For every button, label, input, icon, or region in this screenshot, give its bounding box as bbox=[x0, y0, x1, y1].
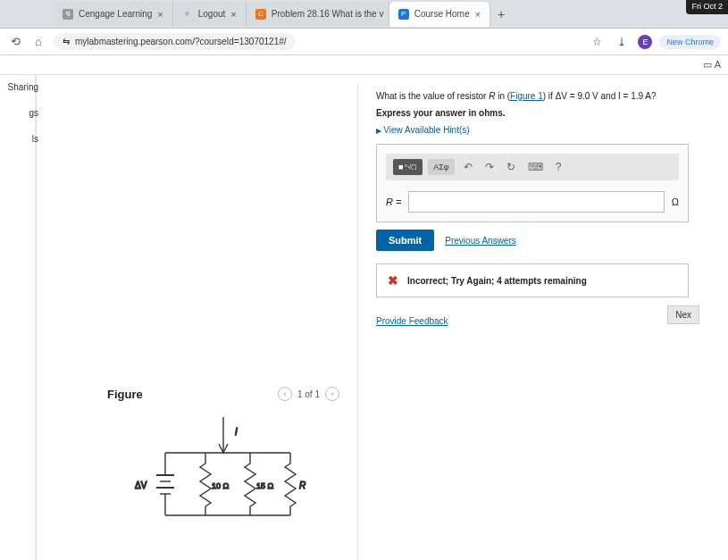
figure-title: Figure bbox=[107, 388, 143, 401]
tab-label: Problem 28.16 What is the v bbox=[272, 9, 384, 19]
label-i: I bbox=[235, 427, 238, 437]
tab-label: Cengage Learning bbox=[79, 9, 152, 19]
previous-answers-link[interactable]: Previous Answers bbox=[445, 236, 515, 246]
figure-pager-label: 1 of 1 bbox=[297, 389, 320, 399]
profile-badge[interactable]: E bbox=[638, 35, 652, 49]
circuit-figure: I ΔV bbox=[130, 417, 317, 533]
new-chrome-chip[interactable]: New Chrome bbox=[659, 35, 721, 49]
figure-link[interactable]: Figure 1 bbox=[510, 91, 543, 101]
question-panel: What is the value of resistor R in (Figu… bbox=[376, 84, 698, 560]
url-text: mylabmastering.pearson.com/?courseId=130… bbox=[75, 37, 287, 46]
help-icon[interactable]: ? bbox=[552, 161, 565, 173]
answer-row: R = Ω bbox=[386, 191, 679, 213]
label-r1: 10 Ω bbox=[212, 481, 230, 490]
answer-unit: Ω bbox=[672, 196, 679, 207]
page-body: Sharing gs ls Figure ‹ 1 of 1 › bbox=[0, 75, 728, 560]
provide-feedback-link[interactable]: Provide Feedback bbox=[376, 316, 448, 326]
left-rail-sharing[interactable]: Sharing bbox=[0, 79, 40, 96]
greek-button[interactable]: ΑΣφ bbox=[428, 159, 454, 175]
figure-prev-button[interactable]: ‹ bbox=[278, 387, 292, 401]
incorrect-icon: ✖ bbox=[388, 273, 398, 288]
answer-input[interactable] bbox=[408, 191, 664, 213]
answer-container: ■ ⁰√▢ ΑΣφ ↶ ↷ ↻ ⌨ ? R = Ω bbox=[376, 144, 689, 222]
gutter bbox=[36, 75, 98, 560]
favicon-pearson: P bbox=[398, 9, 409, 20]
feedback-message: ✖ Incorrect; Try Again; 4 attempts remai… bbox=[376, 263, 689, 297]
site-info-icon[interactable]: ⇆ bbox=[63, 37, 70, 46]
left-rail: Sharing gs ls bbox=[0, 75, 36, 560]
tab-logout[interactable]: ✧ Logout × bbox=[173, 2, 247, 27]
extension-icon[interactable]: ⤓ bbox=[613, 36, 631, 48]
template-button[interactable]: ■ ⁰√▢ bbox=[393, 159, 423, 175]
divider bbox=[357, 84, 358, 560]
reset-icon[interactable]: ↻ bbox=[503, 161, 519, 173]
tab-label: Course Home bbox=[414, 9, 470, 19]
favicon-cengage: ↯ bbox=[63, 9, 73, 20]
content-area: Figure ‹ 1 of 1 › I bbox=[98, 75, 728, 560]
tab-course-home[interactable]: P Course Home × bbox=[389, 2, 490, 27]
all-bookmarks-icon[interactable]: ▭ A bbox=[703, 59, 721, 71]
undo-icon[interactable]: ↶ bbox=[460, 161, 476, 173]
left-rail-item[interactable]: gs bbox=[0, 104, 40, 121]
close-icon[interactable]: × bbox=[474, 9, 480, 20]
keyboard-icon[interactable]: ⌨ bbox=[524, 161, 547, 173]
submit-button[interactable]: Submit bbox=[376, 230, 434, 251]
answer-toolbar: ■ ⁰√▢ ΑΣφ ↶ ↷ ↻ ⌨ ? bbox=[386, 154, 679, 180]
mac-menu-clock: Fri Oct 2 bbox=[686, 0, 728, 14]
figure-panel: Figure ‹ 1 of 1 › I bbox=[107, 84, 339, 560]
address-bar: ⟲ ⌂ ⇆ mylabmastering.pearson.com/?course… bbox=[0, 29, 728, 55]
label-dv: ΔV bbox=[135, 481, 147, 490]
home-icon[interactable]: ⌂ bbox=[30, 35, 46, 48]
question-text: What is the value of resistor R in (Figu… bbox=[376, 89, 689, 103]
next-button[interactable]: Nex bbox=[667, 305, 699, 324]
view-hints-link[interactable]: View Available Hint(s) bbox=[376, 125, 689, 135]
close-icon[interactable]: × bbox=[230, 9, 236, 20]
label-r3: R bbox=[299, 481, 305, 490]
close-icon[interactable]: × bbox=[157, 9, 163, 20]
new-tab-button[interactable]: + bbox=[490, 7, 512, 21]
reload-icon[interactable]: ⟲ bbox=[7, 35, 23, 48]
favicon-chegg: C bbox=[255, 9, 266, 20]
figure-next-button[interactable]: › bbox=[325, 387, 339, 401]
feedback-text: Incorrect; Try Again; 4 attempts remaini… bbox=[407, 276, 587, 286]
favicon-logout: ✧ bbox=[182, 9, 193, 20]
left-rail-item[interactable]: ls bbox=[0, 130, 40, 147]
answer-instruction: Express your answer in ohms. bbox=[376, 108, 689, 118]
tab-problem[interactable]: C Problem 28.16 What is the v × bbox=[247, 2, 389, 27]
label-r2: 15 Ω bbox=[256, 481, 274, 490]
figure-pager: ‹ 1 of 1 › bbox=[278, 387, 339, 401]
browser-tab-strip: ↯ Cengage Learning × ✧ Logout × C Proble… bbox=[0, 0, 728, 29]
bookmarks-bar: ▭ A bbox=[0, 55, 728, 75]
star-icon[interactable]: ☆ bbox=[588, 36, 606, 48]
tab-label: Logout bbox=[198, 9, 226, 19]
answer-label: R = bbox=[386, 196, 401, 207]
submit-row: Submit Previous Answers bbox=[376, 230, 689, 251]
url-field[interactable]: ⇆ mylabmastering.pearson.com/?courseId=1… bbox=[54, 33, 296, 50]
tab-cengage[interactable]: ↯ Cengage Learning × bbox=[54, 2, 173, 27]
redo-icon[interactable]: ↷ bbox=[481, 161, 498, 173]
